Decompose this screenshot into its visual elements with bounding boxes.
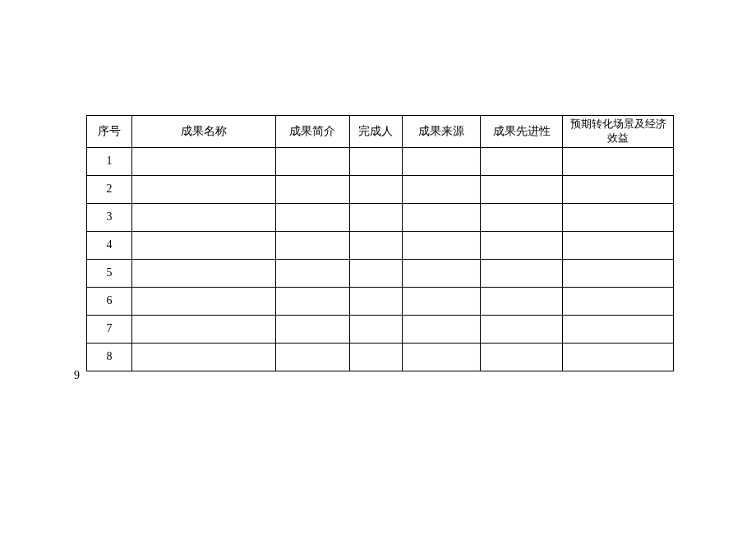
cell-seq: 3 bbox=[87, 203, 132, 231]
table-row: 8 bbox=[87, 343, 674, 371]
table-header-row: 序号 成果名称 成果简介 完成人 成果来源 成果先进性 预期转化场景及经济效益 bbox=[87, 116, 674, 148]
cell-person bbox=[349, 231, 403, 259]
cell-intro bbox=[275, 203, 349, 231]
cell-name bbox=[131, 175, 275, 203]
cell-advance bbox=[481, 231, 563, 259]
header-intro: 成果简介 bbox=[275, 116, 349, 148]
header-name: 成果名称 bbox=[131, 116, 275, 148]
results-table: 序号 成果名称 成果简介 完成人 成果来源 成果先进性 预期转化场景及经济效益 … bbox=[86, 115, 674, 371]
cell-source bbox=[403, 203, 481, 231]
cell-advance bbox=[481, 147, 563, 175]
cell-source bbox=[403, 175, 481, 203]
cell-intro bbox=[275, 175, 349, 203]
cell-seq: 8 bbox=[87, 343, 132, 371]
cell-source bbox=[403, 231, 481, 259]
cell-person bbox=[349, 203, 403, 231]
cell-intro bbox=[275, 259, 349, 287]
table-row: 4 bbox=[87, 231, 674, 259]
cell-seq: 1 bbox=[87, 147, 132, 175]
header-person: 完成人 bbox=[349, 116, 403, 148]
table-row: 5 bbox=[87, 259, 674, 287]
table-body: 1 2 3 bbox=[87, 147, 674, 371]
cell-benefit bbox=[563, 343, 674, 371]
cell-person bbox=[349, 147, 403, 175]
cell-benefit bbox=[563, 287, 674, 315]
cell-person bbox=[349, 343, 403, 371]
table-row: 3 bbox=[87, 203, 674, 231]
cell-advance bbox=[481, 315, 563, 343]
cell-source bbox=[403, 147, 481, 175]
cell-benefit bbox=[563, 147, 674, 175]
cell-source bbox=[403, 315, 481, 343]
cell-seq: 4 bbox=[87, 231, 132, 259]
cell-name bbox=[131, 147, 275, 175]
page-number: 9 bbox=[74, 369, 80, 382]
cell-person bbox=[349, 259, 403, 287]
cell-seq: 5 bbox=[87, 259, 132, 287]
cell-benefit bbox=[563, 231, 674, 259]
cell-benefit bbox=[563, 203, 674, 231]
cell-person bbox=[349, 175, 403, 203]
cell-advance bbox=[481, 175, 563, 203]
cell-advance bbox=[481, 343, 563, 371]
cell-intro bbox=[275, 315, 349, 343]
cell-intro bbox=[275, 287, 349, 315]
header-source: 成果来源 bbox=[403, 116, 481, 148]
cell-seq: 7 bbox=[87, 315, 132, 343]
cell-person bbox=[349, 287, 403, 315]
cell-source bbox=[403, 343, 481, 371]
cell-seq: 6 bbox=[87, 287, 132, 315]
cell-name bbox=[131, 343, 275, 371]
cell-benefit bbox=[563, 315, 674, 343]
cell-source bbox=[403, 259, 481, 287]
results-table-container: 序号 成果名称 成果简介 完成人 成果来源 成果先进性 预期转化场景及经济效益 … bbox=[86, 115, 674, 371]
cell-name bbox=[131, 287, 275, 315]
cell-benefit bbox=[563, 259, 674, 287]
cell-name bbox=[131, 315, 275, 343]
header-seq: 序号 bbox=[87, 116, 132, 148]
cell-seq: 2 bbox=[87, 175, 132, 203]
cell-benefit bbox=[563, 175, 674, 203]
cell-advance bbox=[481, 203, 563, 231]
cell-intro bbox=[275, 343, 349, 371]
cell-person bbox=[349, 315, 403, 343]
cell-advance bbox=[481, 259, 563, 287]
cell-name bbox=[131, 259, 275, 287]
cell-source bbox=[403, 287, 481, 315]
cell-intro bbox=[275, 147, 349, 175]
table-row: 1 bbox=[87, 147, 674, 175]
table-row: 6 bbox=[87, 287, 674, 315]
table-row: 7 bbox=[87, 315, 674, 343]
cell-intro bbox=[275, 231, 349, 259]
header-benefit: 预期转化场景及经济效益 bbox=[563, 116, 674, 148]
cell-name bbox=[131, 203, 275, 231]
table-row: 2 bbox=[87, 175, 674, 203]
cell-advance bbox=[481, 287, 563, 315]
header-advance: 成果先进性 bbox=[481, 116, 563, 148]
cell-name bbox=[131, 231, 275, 259]
